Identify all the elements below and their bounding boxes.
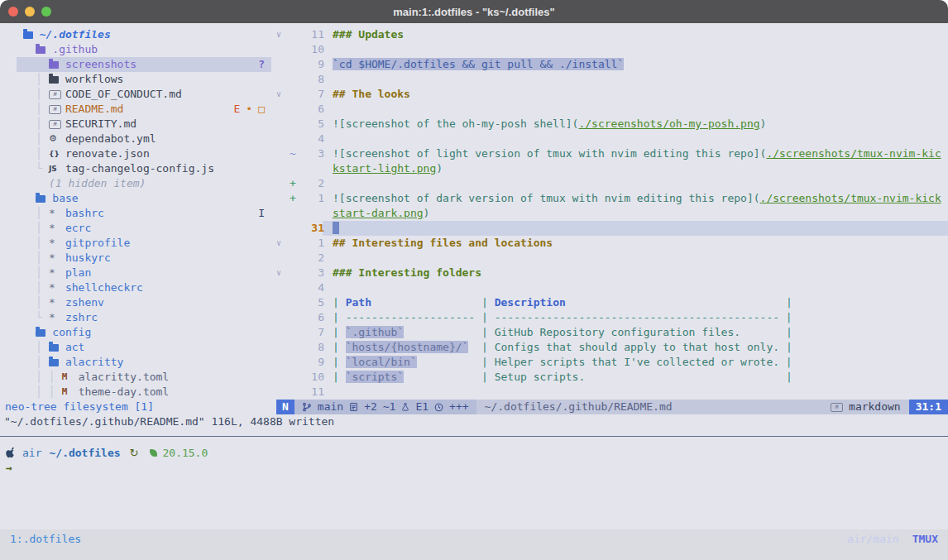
question-mark: ?: [258, 57, 265, 72]
shell-pane[interactable]: air ~/.dotfiles ↻ 20.15.0 →: [0, 445, 948, 475]
folder-icon: [49, 344, 65, 352]
titlebar: main:1:.dotfiles - "ks~/.dotfiles": [0, 0, 948, 23]
tree-item-huskyrc[interactable]: │ * huskyrc: [0, 251, 271, 266]
inline-code: `.github`: [346, 326, 404, 338]
editor-line: ∨7 ## The looks: [271, 87, 948, 102]
tree-item-screenshots[interactable]: screenshots ?: [0, 57, 271, 72]
editor-table-divider-line: 6 | -------------------- | -------------…: [271, 310, 948, 325]
flask-icon: [401, 402, 409, 412]
tree-item-shellcheckrc[interactable]: │ * shellcheckrc: [0, 280, 271, 295]
dotfile-star-icon: *: [49, 266, 65, 280]
tree-item-zshenv[interactable]: │ * zshenv: [0, 295, 271, 310]
node-version: 20.15.0: [162, 447, 208, 459]
inline-code: `hosts/{hostname}/`: [346, 341, 469, 353]
indent-guide: [10, 27, 23, 42]
editor-cursor-line: 31: [271, 221, 948, 236]
editor-line: +1 ![screenshot of dark version of tmux …: [271, 191, 948, 206]
editor-table-row: 9 | `local/bin` | Helper scripts that I'…: [271, 355, 948, 370]
markdown-link[interactable]: ./screenshots/tmux-nvim-kic: [766, 147, 941, 160]
diff-added: +2: [364, 400, 377, 414]
dotfile-star-icon: *: [49, 206, 65, 221]
editor-table-row: 10 | `scripts` | Setup scripts. |: [271, 370, 948, 385]
editor-line: ∨11 ### Updates: [271, 27, 948, 42]
tree-item-dependabot[interactable]: │ ⚙ dependabot.yml: [0, 132, 271, 146]
tree-item-theme-day-toml[interactable]: │ │ M theme-day.toml: [0, 385, 271, 400]
fold-chevron-icon[interactable]: ∨: [271, 87, 290, 102]
editor-line: 11: [271, 385, 948, 400]
editor-line: 8: [271, 72, 948, 87]
text-cursor: [333, 222, 339, 234]
markdown-file-icon: [49, 120, 65, 129]
markdown-icon: [831, 403, 843, 412]
tree-item-act[interactable]: │ act: [0, 340, 271, 355]
git-add-sign: +: [290, 176, 299, 191]
tree-item-label: ~/.dotfiles: [40, 27, 111, 42]
statusline-file-path: ~/.dotfiles/.github/README.md: [476, 400, 831, 414]
node-leaf-icon: [150, 449, 157, 457]
tree-item-zshrc[interactable]: └ * zshrc: [0, 310, 271, 325]
tree-item-alacritty[interactable]: │ alacritty: [0, 355, 271, 370]
shell-input-line[interactable]: →: [0, 460, 948, 475]
tmux-window-tab[interactable]: 1:.dotfiles: [10, 533, 81, 545]
tree-item-alacritty-toml[interactable]: │ │ M alacritty.toml: [0, 370, 271, 385]
tree-item-tag-changelog[interactable]: └ JS tag-changelog-config.js: [0, 161, 271, 176]
fold-chevron-icon[interactable]: ∨: [271, 27, 290, 42]
tree-item-github[interactable]: .github: [0, 42, 271, 57]
dotfile-star-icon: *: [49, 236, 65, 251]
cursor-mark: I: [258, 206, 265, 221]
editor-line: ∨3 ### Interesting folders: [271, 266, 948, 280]
vim-statusline: N main +2 ~1 E1 +++ ~/.dotfiles/.github/…: [276, 400, 948, 414]
error-mark: E: [234, 102, 241, 117]
tree-item-base[interactable]: base: [0, 191, 271, 206]
editor-line: 4: [271, 280, 948, 295]
git-sync-icon: ↻: [130, 447, 139, 459]
tree-item-security[interactable]: │ SECURITY.md: [0, 117, 271, 132]
git-status-segment: main +2 ~1 E1 +++: [294, 400, 476, 414]
folder-icon: [36, 195, 52, 203]
tree-item-renovate[interactable]: │ {} renovate.json: [0, 146, 271, 161]
terminal-window: main:1:.dotfiles - "ks~/.dotfiles" ~/.do…: [0, 0, 948, 560]
prompt-cwd: ~/.dotfiles: [49, 447, 120, 459]
fold-chevron-icon[interactable]: ∨: [271, 236, 290, 251]
editor-table-header-line: 5 | Path | Description |: [271, 295, 948, 310]
diff-changed: ~1: [383, 400, 396, 414]
fold-chevron-icon[interactable]: ∨: [271, 266, 290, 280]
tree-item-config[interactable]: config: [0, 325, 271, 340]
gear-icon: ⚙: [49, 132, 65, 146]
markdown-link[interactable]: ./screenshots/tmux-nvim-kick: [760, 192, 941, 204]
editor-line-wrap: start-dark.png): [271, 206, 948, 221]
tree-item-ecrc[interactable]: │ * ecrc: [0, 221, 271, 236]
tmux-session-name: air/main: [847, 533, 899, 545]
inline-code: `scripts`: [346, 371, 404, 383]
editor-pane[interactable]: ∨11 ### Updates 10 9 `cd $HOME/.dotfiles…: [271, 27, 948, 400]
markdown-link[interactable]: ./screenshots/oh-my-posh.png: [578, 117, 759, 130]
dotfile-star-icon: *: [49, 280, 65, 295]
tree-item-gitprofile[interactable]: │ * gitprofile: [0, 236, 271, 251]
tmux-pane-separator[interactable]: [0, 436, 948, 437]
shell-prompt: air ~/.dotfiles ↻ 20.15.0: [0, 445, 948, 460]
editor-line: 9 `cd $HOME/.dotfiles && git pull && ./i…: [271, 57, 948, 72]
tree-item-plan[interactable]: │ * plan: [0, 266, 271, 280]
apple-icon: [6, 447, 16, 458]
error-count: E1: [415, 400, 429, 414]
editor-table-row: 8 | `hosts/{hostname}/` | Configs that s…: [271, 340, 948, 355]
folder-icon: [36, 46, 52, 54]
toml-file-icon: M: [62, 385, 79, 400]
folder-open-icon: [23, 31, 40, 39]
git-add-sign: +: [290, 191, 299, 206]
json-braces-icon: {}: [49, 146, 65, 161]
git-change-sign: ~: [290, 146, 299, 161]
tree-item-code-of-conduct[interactable]: │ CODE_OF_CONDUCT.md: [0, 87, 271, 102]
tree-item-bashrc[interactable]: │ * bashrc I: [0, 206, 271, 221]
tree-item-readme[interactable]: │ README.md E • □: [0, 102, 271, 117]
prompt-arrow: →: [6, 462, 12, 474]
tree-item-root[interactable]: ~/.dotfiles: [0, 27, 271, 42]
editor-line: 4: [271, 132, 948, 146]
filetype-segment: markdown: [831, 400, 909, 414]
tmux-status-bar: 1:.dotfiles air/main TMUX: [0, 529, 948, 560]
neo-tree-panel: ~/.dotfiles .github screenshots ? │: [0, 27, 271, 400]
unstaged-square-mark: □: [258, 102, 265, 117]
tree-item-workflows[interactable]: │ workflows: [0, 72, 271, 87]
git-branch-icon: [302, 402, 312, 412]
editor-line: 2: [271, 251, 948, 266]
